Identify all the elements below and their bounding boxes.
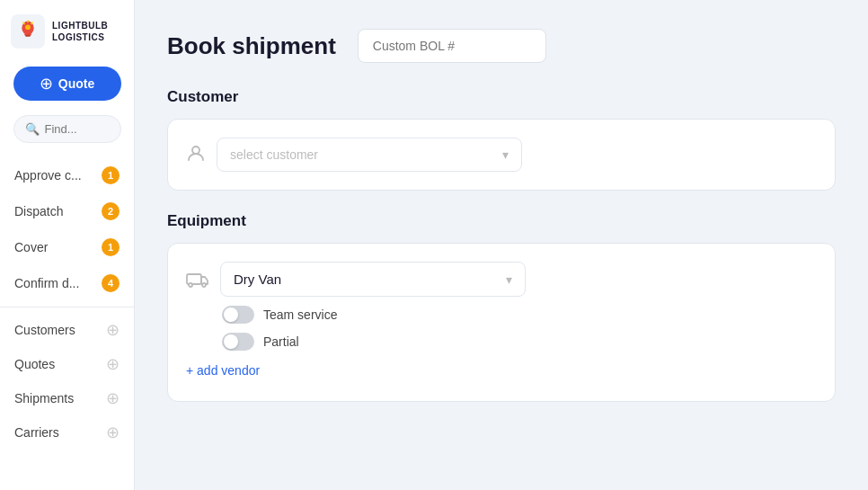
add-vendor-button[interactable]: + add vendor — [186, 358, 260, 383]
partial-toggle[interactable] — [222, 333, 254, 351]
equipment-chevron-icon: ▾ — [506, 272, 512, 287]
user-icon — [186, 143, 206, 167]
equipment-select-dropdown[interactable]: Dry Van ▾ — [220, 262, 526, 297]
customer-section-title: Customer — [167, 88, 836, 106]
plus-circle-shipments: ⊕ — [106, 390, 120, 406]
plus-icon: ⊕ — [40, 76, 53, 92]
sidebar-item-shipments[interactable]: Shipments ⊕ — [0, 381, 134, 415]
main-content: Book shipment Customer select customer ▾ — [135, 0, 868, 490]
search-box[interactable]: 🔍 — [13, 115, 121, 143]
sidebar-nav: Approve c... 1 Dispatch 2 Cover 1 Confir… — [0, 157, 134, 450]
badge-cover: 1 — [102, 238, 120, 256]
badge-approve: 1 — [102, 166, 120, 184]
customer-select-placeholder: select customer — [230, 147, 318, 162]
customer-card: select customer ▾ — [167, 119, 836, 191]
badge-confirm: 4 — [102, 274, 120, 292]
svg-rect-9 — [187, 274, 201, 284]
quote-button[interactable]: ⊕ Quote — [13, 67, 121, 101]
svg-point-10 — [189, 283, 192, 287]
logo-area: LIGHTBULB LOGISTICS — [0, 14, 134, 67]
team-service-row: Team service — [220, 306, 526, 324]
page-header: Book shipment — [167, 29, 836, 63]
team-service-label: Team service — [263, 307, 337, 322]
nav-divider — [0, 307, 134, 307]
equipment-select-value: Dry Van — [234, 272, 281, 287]
quote-button-label: Quote — [58, 76, 94, 91]
equipment-controls: Dry Van ▾ Team service Partial — [220, 262, 526, 351]
sidebar-item-label-approve: Approve c... — [14, 168, 82, 183]
team-service-toggle[interactable] — [222, 306, 254, 324]
sidebar-item-label-cover: Cover — [14, 240, 48, 254]
equipment-section: Equipment Dry Van ▾ — [167, 212, 836, 402]
svg-rect-3 — [25, 35, 31, 37]
sidebar-item-customers[interactable]: Customers ⊕ — [0, 313, 134, 347]
svg-point-4 — [25, 24, 31, 30]
chevron-down-icon: ▾ — [502, 147, 509, 162]
sidebar-item-approve[interactable]: Approve c... 1 — [0, 157, 134, 193]
search-input[interactable] — [45, 122, 117, 136]
sidebar-item-carriers[interactable]: Carriers ⊕ — [0, 415, 134, 450]
sidebar-item-label-customers: Customers — [14, 323, 75, 337]
truck-icon — [186, 269, 209, 294]
search-icon: 🔍 — [25, 122, 40, 136]
partial-row: Partial — [220, 333, 526, 351]
badge-dispatch: 2 — [102, 202, 120, 220]
svg-line-6 — [31, 22, 32, 23]
customer-section: Customer select customer ▾ — [167, 88, 836, 191]
sidebar-item-label-shipments: Shipments — [14, 391, 74, 405]
plus-circle-quotes: ⊕ — [106, 356, 120, 372]
svg-point-8 — [192, 147, 199, 154]
bol-input[interactable] — [358, 29, 546, 63]
sidebar-item-label-dispatch: Dispatch — [14, 204, 63, 218]
svg-line-7 — [23, 22, 24, 23]
customer-select-dropdown[interactable]: select customer ▾ — [217, 138, 522, 172]
sidebar-item-label-quotes: Quotes — [14, 357, 55, 371]
logo-text: LIGHTBULB LOGISTICS — [52, 20, 108, 43]
sidebar-item-label-carriers: Carriers — [14, 425, 59, 440]
sidebar-item-label-confirm: Confirm d... — [14, 276, 79, 290]
sidebar-item-dispatch[interactable]: Dispatch 2 — [0, 193, 134, 229]
svg-point-11 — [202, 283, 206, 287]
plus-circle-carriers: ⊕ — [106, 424, 120, 441]
equipment-row: Dry Van ▾ Team service Partial — [186, 262, 817, 351]
sidebar-item-confirm[interactable]: Confirm d... 4 — [0, 265, 134, 301]
equipment-card: Dry Van ▾ Team service Partial + add ven… — [167, 243, 836, 402]
sidebar-item-cover[interactable]: Cover 1 — [0, 229, 134, 265]
partial-label: Partial — [263, 334, 299, 349]
customer-select-row: select customer ▾ — [186, 138, 817, 172]
sidebar: LIGHTBULB LOGISTICS ⊕ Quote 🔍 Approve c.… — [0, 0, 135, 490]
plus-circle-customers: ⊕ — [106, 322, 120, 338]
equipment-section-title: Equipment — [167, 212, 836, 230]
page-title: Book shipment — [167, 32, 336, 60]
logo-icon — [11, 14, 45, 49]
sidebar-item-quotes[interactable]: Quotes ⊕ — [0, 347, 134, 381]
